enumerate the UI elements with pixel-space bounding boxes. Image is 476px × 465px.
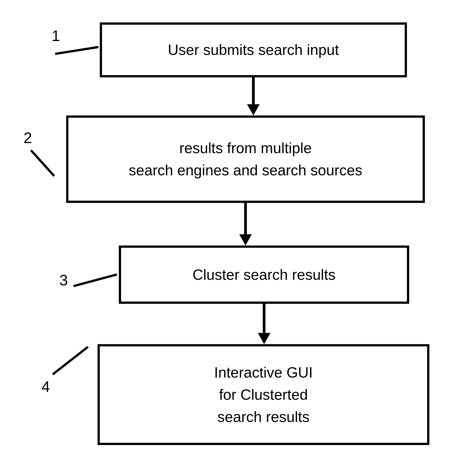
arrow-down-icon (255, 304, 273, 344)
svg-marker-1 (247, 104, 260, 116)
flowchart-diagram: 1 User submits search input 2 results fr… (0, 22, 476, 445)
step-text-1-line-0: User submits search input (168, 39, 339, 61)
svg-marker-5 (258, 333, 270, 344)
flow-step-4: 4 Interactive GUI for Clusterted search … (0, 344, 476, 445)
step-text-4-line-0: Interactive GUI (214, 361, 313, 384)
step-text-4-line-2: search results (217, 406, 310, 428)
step-number-3: 3 (59, 271, 68, 289)
step-text-3-line-0: Cluster search results (192, 264, 335, 286)
arrow-2-to-3 (66, 203, 425, 245)
arrow-1-to-2 (100, 77, 407, 116)
flow-step-3: 3 Cluster search results (0, 245, 476, 304)
flow-step-1: 1 User submits search input (0, 22, 476, 77)
step-box-3: Cluster search results (119, 245, 409, 304)
step-number-4: 4 (42, 378, 50, 395)
step-box-1: User submits search input (100, 22, 407, 77)
flow-step-2: 2 results from multiple search engines a… (0, 116, 476, 203)
step-text-2-line-1: search engines and search sources (129, 159, 362, 181)
step-number-1: 1 (52, 27, 60, 44)
arrow-down-icon (244, 77, 262, 116)
lead-line-1 (55, 46, 98, 55)
arrow-3-to-4 (119, 304, 409, 344)
step-text-2-line-0: results from multiple (179, 137, 312, 159)
step-text-4-line-1: for Clusterted (219, 384, 308, 406)
svg-marker-3 (239, 234, 252, 245)
step-box-4: Interactive GUI for Clusterted search re… (97, 344, 429, 445)
step-number-2: 2 (23, 129, 32, 146)
lead-line-3 (73, 273, 117, 287)
arrow-down-icon (237, 203, 254, 245)
lead-line-2 (30, 149, 55, 177)
lead-line-4 (52, 346, 89, 375)
step-box-2: results from multiple search engines and… (66, 116, 425, 203)
